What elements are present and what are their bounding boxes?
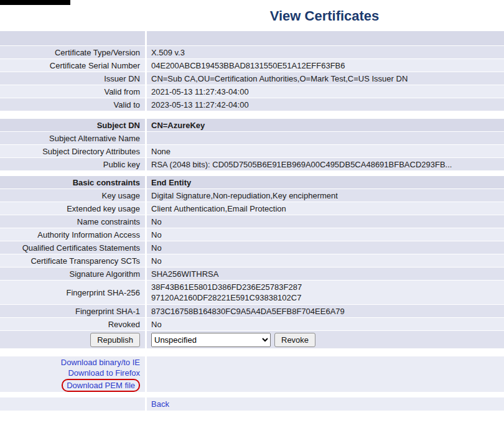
table-section-header: Subject DN CN=AzureKey — [0, 119, 504, 131]
table-row: Signature Algorithm SHA256WITHRSA — [0, 267, 504, 280]
table-row: Fingerprint SHA-256 38F43B61E5801D386FD2… — [0, 281, 504, 304]
download-binary-ie-link[interactable]: Download binary/to IE — [61, 357, 140, 368]
download-firefox-link[interactable]: Download to Firefox — [68, 368, 140, 378]
row-value: SHA256WITHRSA — [147, 267, 504, 280]
table-row: Extended key usage Client Authentication… — [0, 202, 504, 215]
table-row: Name constraints No — [0, 215, 504, 228]
table-row: Valid from 2021-05-13 11:27:43-04:00 — [0, 85, 504, 98]
row-label: Extended key usage — [0, 202, 145, 215]
pem-highlight-ring: Download PEM file — [62, 379, 140, 392]
row-value: No — [147, 318, 504, 330]
row-label: Fingerprint SHA-256 — [0, 281, 145, 304]
row-label: Revoked — [0, 318, 145, 330]
row-label: Subject DN — [0, 119, 145, 131]
row-label: Authority Information Access — [0, 228, 145, 241]
table-row: Fingerprint SHA-1 873C16758B164830FC9A5A… — [0, 305, 504, 317]
top-left-frame-artifact — [0, 0, 70, 5]
section-gap — [0, 349, 504, 356]
row-value — [147, 31, 504, 45]
row-value: CN=AzureKey — [147, 119, 504, 131]
row-label: Subject Alternative Name — [0, 132, 145, 144]
row-label: Valid from — [0, 85, 145, 98]
table-row: Issuer DN CN=Sub CA,OU=Certification Aut… — [0, 72, 504, 85]
row-label: Name constraints — [0, 215, 145, 228]
row-label: Basic constraints — [0, 176, 145, 188]
row-label: Key usage — [0, 189, 145, 202]
page-title: View Certificates — [145, 8, 504, 24]
row-label: Certificate Serial Number — [0, 59, 145, 72]
row-value: 2023-05-13 11:27:42-04:00 — [147, 98, 504, 111]
revoke-button[interactable]: Revoke — [274, 333, 315, 347]
row-label — [0, 31, 145, 45]
row-value: Client Authentication,Email Protection — [147, 202, 504, 215]
download-pem-link[interactable]: Download PEM file — [67, 381, 135, 390]
header: View Certificates — [0, 0, 504, 31]
back-row: Back — [0, 397, 504, 411]
back-link[interactable]: Back — [151, 399, 169, 409]
row-value: Digital Signature,Non-repudiation,Key en… — [147, 189, 504, 202]
action-row-left: Republish — [0, 331, 145, 348]
revocation-reason-select[interactable]: Unspecified — [151, 333, 271, 347]
table-row: Public key RSA (2048 bits): CD05D7505B6E… — [0, 158, 504, 170]
row-value: No — [147, 215, 504, 228]
row-value: 873C16758B164830FC9A5A4DA5EFB8F704EE6A79 — [147, 305, 504, 317]
row-value: No — [147, 241, 504, 254]
row-value: End Entity — [147, 176, 504, 188]
download-row-spacer — [147, 356, 504, 392]
row-label: Certificate Type/Version — [0, 46, 145, 58]
row-label: Signature Algorithm — [0, 267, 145, 280]
row-value: 2021-05-13 11:27:43-04:00 — [147, 85, 504, 98]
row-label: Public key — [0, 158, 145, 170]
row-value: No — [147, 228, 504, 241]
table-row: Certificate Serial Number 04E200ABCB1945… — [0, 59, 504, 72]
table-row: Qualified Certificates Statements No — [0, 241, 504, 254]
row-label: Subject Directory Attributes — [0, 145, 145, 157]
table-row: Subject Directory Attributes None — [0, 145, 504, 157]
row-value: RSA (2048 bits): CD05D7505B6E91EB969A00C… — [147, 158, 504, 170]
table-section-header: Basic constraints End Entity — [0, 176, 504, 188]
row-value — [147, 132, 504, 144]
row-value: 04E200ABCB19453BBAD8131550E51A12EFF63FB6 — [147, 59, 504, 72]
row-value: No — [147, 254, 504, 267]
certificate-table: Certificate Type/Version X.509 v.3 Certi… — [0, 31, 504, 411]
row-label: Qualified Certificates Statements — [0, 241, 145, 254]
action-row-right: Unspecified Revoke — [147, 331, 504, 348]
table-row: Certificate Transparency SCTs No — [0, 254, 504, 267]
row-value: CN=Sub CA,OU=Certification Authorities,O… — [147, 72, 504, 85]
table-section-header — [0, 31, 504, 45]
back-row-left — [0, 397, 145, 411]
table-row: Key usage Digital Signature,Non-repudiat… — [0, 189, 504, 202]
row-value: None — [147, 145, 504, 157]
table-row: Certificate Type/Version X.509 v.3 — [0, 46, 504, 58]
table-row: Valid to 2023-05-13 11:27:42-04:00 — [0, 98, 504, 111]
republish-button[interactable]: Republish — [90, 333, 140, 347]
download-row: Download binary/to IE Download to Firefo… — [0, 356, 504, 392]
fingerprint-sha256-line2: 97120A2160DF28221E591C93838102C7 — [151, 292, 301, 303]
back-row-right: Back — [147, 397, 504, 411]
table-row: Subject Alternative Name — [0, 132, 504, 144]
row-label: Certificate Transparency SCTs — [0, 254, 145, 267]
row-value: 38F43B61E5801D386FD236E25783F287 97120A2… — [147, 281, 504, 304]
section-gap — [0, 393, 504, 397]
table-row: Revoked No — [0, 318, 504, 330]
row-label: Fingerprint SHA-1 — [0, 305, 145, 317]
row-label: Valid to — [0, 98, 145, 111]
row-value: X.509 v.3 — [147, 46, 504, 58]
section-gap — [0, 171, 504, 176]
fingerprint-sha256-line1: 38F43B61E5801D386FD236E25783F287 — [151, 282, 302, 292]
action-row: Republish Unspecified Revoke — [0, 331, 504, 348]
download-links: Download binary/to IE Download to Firefo… — [0, 356, 145, 392]
row-label: Issuer DN — [0, 72, 145, 85]
table-row: Authority Information Access No — [0, 228, 504, 241]
section-gap — [0, 111, 504, 119]
